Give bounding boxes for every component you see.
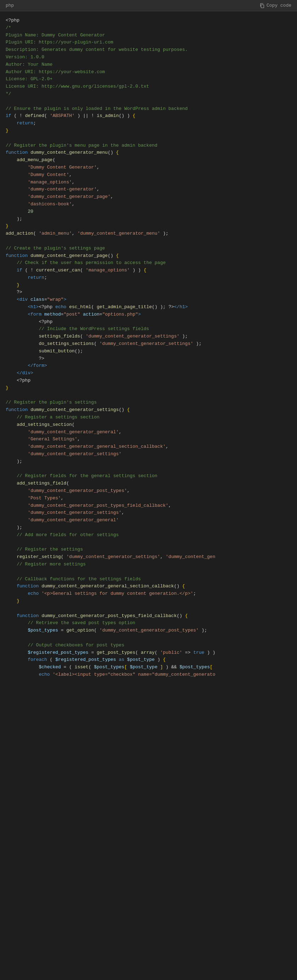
svg-rect-0 — [261, 5, 264, 8]
language-label: php — [6, 3, 14, 8]
header-bar: php Copy code — [0, 0, 297, 11]
code-container: php Copy code <?php /* Plugin Name: Dumm… — [0, 0, 297, 980]
copy-icon — [260, 3, 265, 8]
copy-label: Copy code — [267, 3, 291, 8]
copy-button[interactable]: Copy code — [260, 3, 291, 8]
code-content: <?php /* Plugin Name: Dummy Content Gene… — [0, 11, 297, 684]
